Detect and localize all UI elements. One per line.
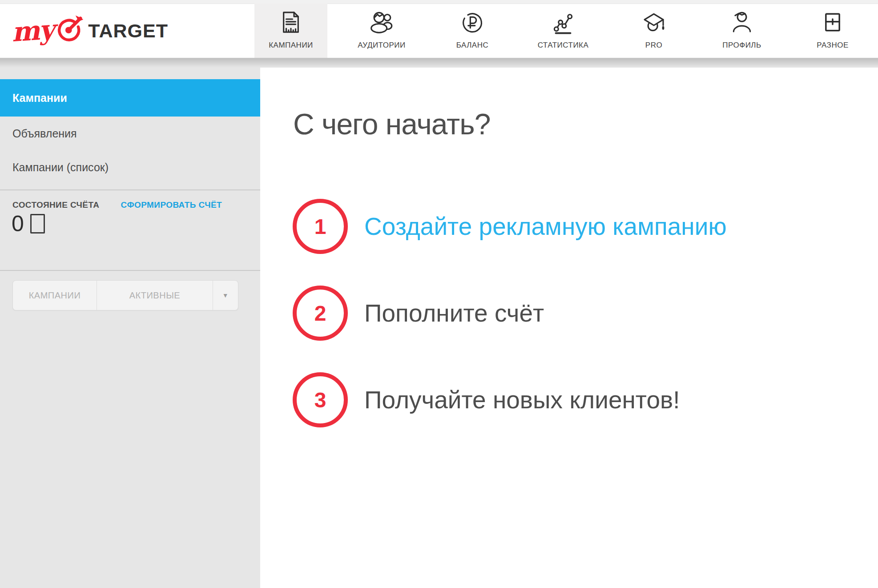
campaigns-document-icon (278, 10, 303, 35)
onboarding-step-3: 3 Получайте новых клиентов! (293, 372, 680, 427)
step-number: 3 (314, 388, 326, 412)
nav-label: СТАТИСТИКА (538, 41, 589, 50)
logo-my-text: my (11, 16, 54, 45)
balance-ruble-icon (460, 10, 485, 35)
nav-tab-misc[interactable]: РАЗНОЕ (796, 4, 869, 58)
mytarget-app: my TARGET КАМПАНИИ (0, 0, 878, 588)
nav-label: КАМПАНИИ (269, 41, 313, 50)
filter-status-button[interactable]: АКТИВНЫЕ (97, 281, 213, 310)
filter-type-label: КАМПАНИИ (29, 290, 81, 301)
sidebar-item-label: Кампании (список) (12, 161, 109, 174)
nav-label: БАЛАНС (456, 41, 489, 50)
chevron-down-icon: ▼ (222, 292, 229, 299)
account-balance: 0 (12, 211, 45, 237)
mytarget-logo[interactable]: my TARGET (12, 4, 168, 58)
header-shadow (0, 59, 878, 68)
main-panel: С чего начать? 1 Создайте рекламную камп… (260, 68, 878, 588)
top-up-account-label: Пополните счёт (364, 299, 544, 327)
sidebar-divider (0, 270, 260, 271)
onboarding-step-1: 1 Создайте рекламную кампанию (293, 199, 727, 254)
nav-tab-balance[interactable]: БАЛАНС (436, 4, 509, 58)
sidebar-divider (0, 189, 260, 190)
currency-missing-glyph-box (30, 214, 45, 234)
create-campaign-link[interactable]: Создайте рекламную кампанию (364, 212, 727, 241)
campaign-filter-control: КАМПАНИИ АКТИВНЫЕ ▼ (12, 280, 238, 310)
step-number: 1 (314, 214, 326, 239)
sidebar-item-label: Кампании (12, 92, 67, 105)
get-new-clients-label: Получайте новых клиентов! (364, 386, 680, 414)
page-title: С чего начать? (293, 106, 490, 143)
nav-label: РАЗНОЕ (817, 41, 848, 50)
balance-value: 0 (12, 211, 24, 237)
sidebar-item-campaigns-list[interactable]: Кампании (список) (0, 150, 260, 184)
step-number-circle: 3 (293, 372, 348, 427)
nav-tab-pro[interactable]: PRO (617, 4, 690, 58)
onboarding-step-2: 2 Пополните счёт (293, 286, 544, 341)
nav-label: АУДИТОРИИ (358, 41, 405, 50)
nav-label: PRO (645, 41, 662, 50)
nav-tab-campaigns[interactable]: КАМПАНИИ (254, 4, 327, 58)
nav-label: ПРОФИЛЬ (722, 41, 761, 50)
target-bullseye-icon (55, 14, 85, 45)
profile-user-icon (729, 10, 754, 35)
account-status-label: СОСТОЯНИЕ СЧЁТА (12, 200, 99, 210)
sidebar-item-ads[interactable]: Объявления (0, 117, 260, 150)
step-number-circle: 1 (293, 199, 348, 254)
left-sidebar: Кампании Объявления Кампании (список) СО… (0, 59, 260, 588)
nav-tab-profile[interactable]: ПРОФИЛЬ (705, 4, 778, 58)
filter-type-button[interactable]: КАМПАНИИ (13, 281, 97, 310)
nav-tab-statistics[interactable]: СТАТИСТИКА (527, 4, 600, 58)
logo-target-text: TARGET (88, 20, 168, 42)
filter-dropdown-button[interactable]: ▼ (213, 281, 238, 310)
account-status-row: СОСТОЯНИЕ СЧЁТА СФОРМИРОВАТЬ СЧЁТ (12, 200, 248, 210)
nav-tab-audiences[interactable]: АУДИТОРИИ (345, 4, 418, 58)
filter-status-label: АКТИВНЫЕ (129, 290, 180, 301)
statistics-chart-icon (551, 10, 576, 35)
audiences-users-icon (369, 10, 394, 35)
sidebar-item-campaigns[interactable]: Кампании (0, 79, 260, 117)
pro-graduation-cap-icon (641, 10, 666, 35)
step-number-circle: 2 (293, 286, 348, 341)
sidebar-item-label: Объявления (12, 127, 77, 140)
top-header: my TARGET КАМПАНИИ (0, 0, 878, 59)
step-number: 2 (314, 301, 326, 326)
generate-invoice-link[interactable]: СФОРМИРОВАТЬ СЧЁТ (121, 200, 222, 210)
misc-window-plus-icon (820, 10, 845, 35)
